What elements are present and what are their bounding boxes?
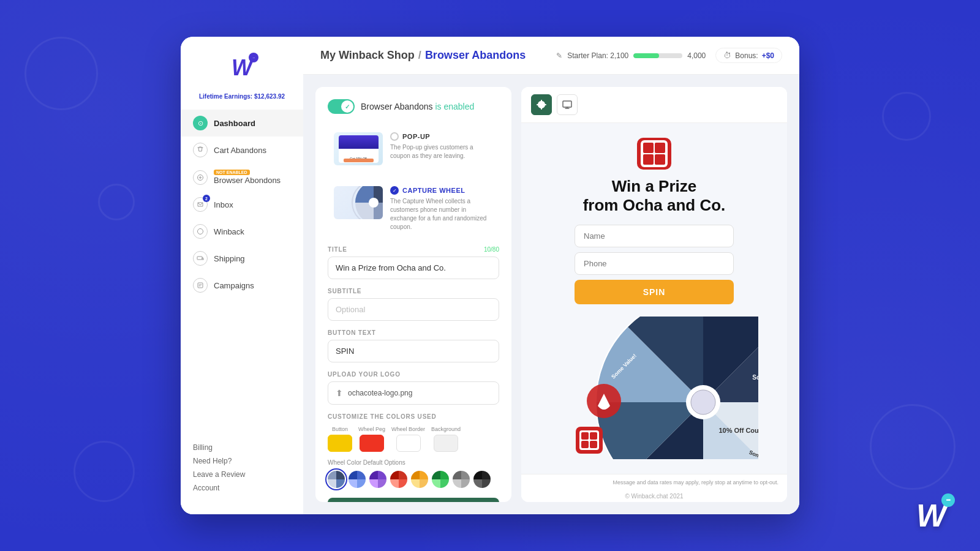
prize-logo	[637, 138, 671, 170]
save-button[interactable]: SAVE	[328, 498, 499, 502]
sidebar-item-cart-abandons[interactable]: Cart Abandons	[181, 137, 303, 163]
preview-panel: Win a Prize from Ocha and Co. SPIN	[521, 87, 787, 502]
plan-progress-bar-container	[633, 53, 682, 58]
wheel-border-color-label: Wheel Border	[391, 426, 425, 432]
wheel-radio-row: ✓ CAPTURE WHEEL	[390, 186, 493, 195]
wheel-preview-svg	[334, 186, 383, 219]
wheel-border-color-swatch[interactable]	[396, 435, 421, 452]
colors-field-group: CUSTOMIZE THE COLORS USED Button Wheel P…	[328, 413, 499, 488]
inbox-count: 2	[203, 195, 210, 202]
toggle-knob: ✓	[341, 100, 353, 113]
subtitle-input[interactable]	[328, 298, 499, 321]
popup-type-info: POP-UP The Pop-up gives customers a coup…	[390, 132, 493, 165]
sidebar-item-browser-abandons[interactable]: NOT ENABLED Browser Abondons	[181, 163, 303, 191]
svg-rect-17	[581, 432, 589, 440]
upload-logo-field-group: UPLOAD YOUR LOGO ⬆ ochacotea-logo.png	[328, 371, 499, 405]
prize-form: SPIN	[575, 225, 734, 304]
toggle-label: Browser Abandons is enabled	[361, 102, 474, 111]
wheel-color-option-2[interactable]	[349, 471, 366, 488]
popup-type-name: POP-UP	[402, 133, 430, 140]
breadcrumb-separator: /	[418, 49, 421, 62]
plan-badge: ✎ Starter Plan: 2,100 4,000	[556, 51, 706, 60]
sidebar: W Lifetime Earnings: $12,623.92 ⊙ Dashbo…	[181, 37, 303, 514]
lifetime-earnings: Lifetime Earnings: $12,623.92	[181, 93, 303, 100]
sidebar-item-winback[interactable]: Winback	[181, 218, 303, 245]
type-option-wheel[interactable]: ✓ CAPTURE WHEEL The Capture Wheel collec…	[328, 180, 499, 238]
wheel-peg-color-swatch[interactable]	[360, 435, 384, 452]
upload-icon: ⬆	[336, 388, 343, 398]
svg-point-5	[369, 198, 379, 208]
wheel-peg-color-item: Wheel Peg	[358, 426, 385, 452]
not-enabled-badge: NOT ENABLED	[214, 170, 250, 175]
wheel-color-option-7[interactable]	[453, 471, 470, 488]
prize-title: Win a Prize from Ocha and Co.	[583, 177, 726, 215]
button-text-input[interactable]	[328, 340, 499, 362]
winback-icon	[193, 224, 208, 239]
svg-text:Some Value!: Some Value!	[752, 374, 758, 381]
browser-abandons-icon	[193, 170, 208, 185]
wheel-peg-color-label: Wheel Peg	[358, 426, 385, 432]
spin-button[interactable]: SPIN	[575, 280, 734, 304]
upload-logo-input[interactable]: ⬆ ochacotea-logo.png	[328, 381, 499, 405]
upload-logo-label: UPLOAD YOUR LOGO	[328, 371, 499, 378]
upload-logo-filename: ochacotea-logo.png	[348, 389, 412, 397]
toggle-row: ✓ Browser Abandons is enabled	[328, 99, 499, 114]
leave-review-link[interactable]: Leave a Review	[193, 470, 291, 479]
sidebar-item-label: Inbox	[214, 200, 233, 209]
wheel-color-option-3[interactable]	[369, 471, 386, 488]
wheel-color-option-6[interactable]	[432, 471, 449, 488]
wheel-container: Some Value! Some Other value! Some Value…	[550, 317, 758, 459]
type-option-popup[interactable]: Get 10% Off POP-UP The Pop-up gives cust…	[328, 126, 499, 171]
popup-radio-row: POP-UP	[390, 132, 493, 141]
svg-rect-6	[563, 101, 571, 107]
header-right: ✎ Starter Plan: 2,100 4,000 ⏱ Bonus: +$0	[556, 48, 782, 63]
popup-preview-btn	[344, 159, 374, 162]
wheel-color-option-5[interactable]	[411, 471, 428, 488]
sidebar-footer: Billing Need Help? Leave a Review Accoun…	[181, 433, 303, 502]
popup-radio[interactable]	[390, 132, 399, 141]
clock-icon: ⏱	[723, 51, 731, 60]
prize-name-input[interactable]	[575, 225, 734, 247]
preview-display-btn[interactable]	[557, 94, 578, 115]
logo-chat-badge	[249, 53, 258, 62]
sidebar-item-campaigns[interactable]: Campaigns	[181, 272, 303, 299]
wheel-color-option-1[interactable]	[328, 471, 345, 488]
need-help-link[interactable]: Need Help?	[193, 457, 291, 465]
wheel-color-option-8[interactable]	[473, 471, 491, 488]
breadcrumb-shop: My Winback Shop	[320, 49, 415, 62]
logo-square-4	[655, 154, 665, 165]
wheel-defaults-label: Wheel Color Default Options	[328, 459, 499, 466]
sidebar-item-dashboard[interactable]: ⊙ Dashboard	[181, 110, 303, 137]
sidebar-item-inbox[interactable]: 2 Inbox	[181, 191, 303, 218]
button-color-swatch[interactable]	[328, 435, 352, 452]
wheel-color-option-4[interactable]	[390, 471, 407, 488]
wheel-type-name: CAPTURE WHEEL	[402, 187, 465, 194]
sidebar-item-shipping[interactable]: Shipping	[181, 245, 303, 272]
prize-phone-input[interactable]	[575, 252, 734, 275]
spin-wheel-svg: Some Value! Some Other value! Some Value…	[568, 317, 758, 459]
breadcrumb: My Winback Shop / Browser Abandons	[320, 49, 526, 62]
copyright-text: © Winback.chat 2021	[521, 490, 787, 502]
title-label: TITLE 10/80	[328, 246, 499, 253]
background-color-swatch[interactable]	[434, 435, 458, 452]
wheel-type-info: ✓ CAPTURE WHEEL The Capture Wheel collec…	[390, 186, 493, 231]
plan-icon: ✎	[556, 51, 562, 60]
enable-toggle[interactable]: ✓	[328, 99, 355, 114]
billing-link[interactable]: Billing	[193, 443, 291, 452]
account-link[interactable]: Account	[193, 484, 291, 492]
sidebar-item-label: Cart Abandons	[214, 146, 266, 155]
wheel-check-icon: ✓	[390, 186, 399, 195]
campaigns-icon	[193, 278, 208, 293]
title-count: 10/80	[484, 246, 499, 253]
header: My Winback Shop / Browser Abandons ✎ Sta…	[303, 37, 799, 75]
preview-settings-btn[interactable]	[531, 94, 552, 115]
svg-text:10% Off Coupon!: 10% Off Coupon!	[718, 427, 758, 434]
button-text-label: BUTTON TEXT	[328, 329, 499, 336]
popup-type-desc: The Pop-up gives customers a coupon as t…	[390, 143, 493, 160]
wheel-border-color-item: Wheel Border	[391, 426, 425, 452]
bonus-label: Bonus:	[735, 51, 758, 60]
sidebar-item-label: Dashboard	[214, 119, 255, 128]
svg-rect-2	[197, 257, 202, 260]
title-input[interactable]	[328, 257, 499, 279]
breadcrumb-page: Browser Abandons	[425, 49, 526, 62]
